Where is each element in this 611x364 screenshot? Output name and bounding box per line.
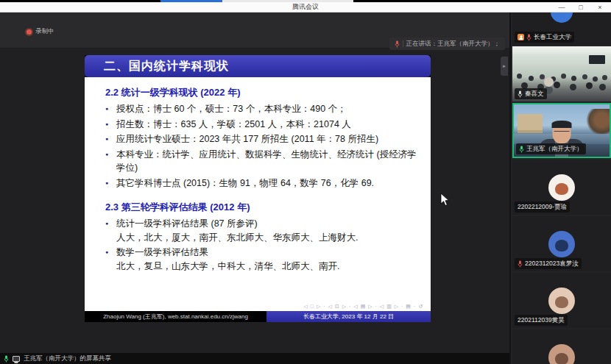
bullet-item: 授权点：博士 60 个，硕士：73 个，本科专业：490 个； <box>104 102 420 116</box>
slide-sections: 2.2 统计一级学科现状 (2022 年)授权点：博士 60 个，硕士：73 个… <box>104 86 420 273</box>
window-title: 腾讯会议 <box>292 2 319 12</box>
participant-tile[interactable]: 2202212009-贾瑜 <box>512 160 611 215</box>
bullet-subline: 北大，复旦，山东大学，中科大，清华、北师大、南开. <box>116 260 420 274</box>
mic-icon <box>519 146 524 153</box>
shared-screen-area: 录制中 正在讲话：王兆军（南开大学）； 二、国内统计学科现状 2.2 统计一级学… <box>0 13 509 364</box>
participant-tile[interactable]: 王兆军（南开大学） <box>512 103 611 158</box>
slide-footer: Zhaojun Wang (王兆军), web.stat.nankai.edu.… <box>85 311 431 322</box>
mic-icon <box>526 34 531 41</box>
mic-icon <box>518 90 523 98</box>
mic-icon <box>4 355 9 363</box>
bullet-item: 统计一级学科评估结果 (87 所参评)人大，北大，厦大，南开、东北师大、华东师大… <box>104 217 420 244</box>
close-button[interactable]: × <box>590 2 610 13</box>
window-controls: — □ × <box>552 2 610 13</box>
section-heading: 2.2 统计一级学科现状 (2022 年) <box>105 86 420 99</box>
minimize-button[interactable]: — <box>552 2 571 13</box>
screen-share-icon <box>13 356 20 362</box>
bullet-list: 授权点：博士 60 个，硕士：73 个，本科专业：490 个；招生数：博士：63… <box>104 102 420 190</box>
sidebar-collapse-handle[interactable]: ▸ <box>501 57 508 76</box>
record-dot-icon <box>27 29 32 35</box>
beamer-nav-icons: ◁ □ ▷ · ◁ ⊡ ▷ · ◁ ▤ ▷ · ◁ ▥ ▷ · ▤ · ↺ <box>303 304 423 310</box>
avatar <box>548 174 575 201</box>
avatar <box>548 231 575 257</box>
meeting-area: 录制中 正在讲话：王兆军（南开大学）； 二、国内统计学科现状 2.2 统计一级学… <box>0 13 611 364</box>
section-heading: 2.3 第三轮学科评估结果 (2012 年) <box>105 201 420 214</box>
host-badge-icon <box>518 34 524 40</box>
screen-share-statusbar: 王兆军（南开大学）的屏幕共享 <box>0 353 509 364</box>
presentation-slide: 二、国内统计学科现状 2.2 统计一级学科现状 (2022 年)授权点：博士 6… <box>85 55 431 322</box>
maximize-button[interactable]: □ <box>571 2 590 13</box>
participant-tile[interactable]: 2202112039黄昊 <box>512 273 611 328</box>
participant-name-label: 长春工业大学 <box>515 32 574 43</box>
participant-avatar <box>512 329 611 364</box>
slide-title: 二、国内统计学科现状 <box>85 55 431 77</box>
mic-icon <box>395 40 400 48</box>
recording-indicator[interactable]: 录制中 <box>27 27 54 36</box>
participant-name-label: 秦喜文 <box>515 88 547 99</box>
participant-name-label: 王兆军（南开大学） <box>516 143 586 154</box>
avatar <box>548 344 575 364</box>
participant-name-label: 2202112039黄昊 <box>515 315 568 326</box>
window-titlebar: 腾讯会议 — □ × <box>0 2 611 13</box>
participants-sidebar: 长春工业大学秦喜文王兆军（南开大学）2202212009-贾瑜220231202… <box>509 13 611 364</box>
participant-tile[interactable]: 2202212004覃馨月 <box>512 329 611 364</box>
recording-label: 录制中 <box>35 27 54 36</box>
divider <box>403 40 403 47</box>
bullet-item: 本科专业：统计学、应用统计、数据科学、生物统计、经济统计 (授经济学学位) <box>104 148 420 175</box>
bullet-subline: 人大，北大，厦大，南开、东北师大、华东师大、上海财大. <box>116 231 420 245</box>
mic-icon <box>518 260 523 268</box>
avatar <box>551 13 573 23</box>
participant-tile[interactable]: 秦喜文 <box>512 46 611 101</box>
bullet-item: 其它学科博士点 (2015)：生物 91，物理 64，数学 76，化学 69. <box>104 176 420 190</box>
meeting-window: 腾讯会议 — □ × 录制中 正在讲话：王兆军（南开大学）； 二、国内统计学科现… <box>0 0 611 364</box>
mouse-cursor-icon <box>440 193 450 207</box>
avatar <box>548 288 575 314</box>
active-speaker-label: 正在讲话：王兆军（南开大学）； <box>406 40 501 49</box>
participant-name-label: 2202312023袁梦汝 <box>515 258 582 269</box>
slide-footer-venue-date: 长春工业大学, 2023 年 12 月 22 日 <box>266 311 431 322</box>
slide-body: 2.2 统计一级学科现状 (2022 年)授权点：博士 60 个，硕士：73 个… <box>85 77 431 311</box>
slide-footer-author: Zhaojun Wang (王兆军), web.stat.nankai.edu.… <box>85 311 266 322</box>
participant-tile[interactable]: 2202312023袁梦汝 <box>512 216 611 271</box>
bullet-item: 应用统计专业硕士：2023 年共 177 所招生 (2011 年：78 所招生) <box>104 132 420 146</box>
participant-name-label: 2202212009-贾瑜 <box>515 201 570 213</box>
bullet-item: 数学一级学科评估结果北大，复旦，山东大学，中科大，清华、北师大、南开. <box>104 246 420 273</box>
bullet-item: 招生数：博士：635 人，学硕：2501 人，本科：21074 人 <box>104 118 420 132</box>
bullet-list: 统计一级学科评估结果 (87 所参评)人大，北大，厦大，南开、东北师大、华东师大… <box>104 217 420 273</box>
screen-share-label: 王兆军（南开大学）的屏幕共享 <box>24 354 111 363</box>
participant-tile[interactable]: 长春工业大学 <box>512 13 611 45</box>
active-speaker-indicator: 正在讲话：王兆军（南开大学）； <box>389 38 506 50</box>
